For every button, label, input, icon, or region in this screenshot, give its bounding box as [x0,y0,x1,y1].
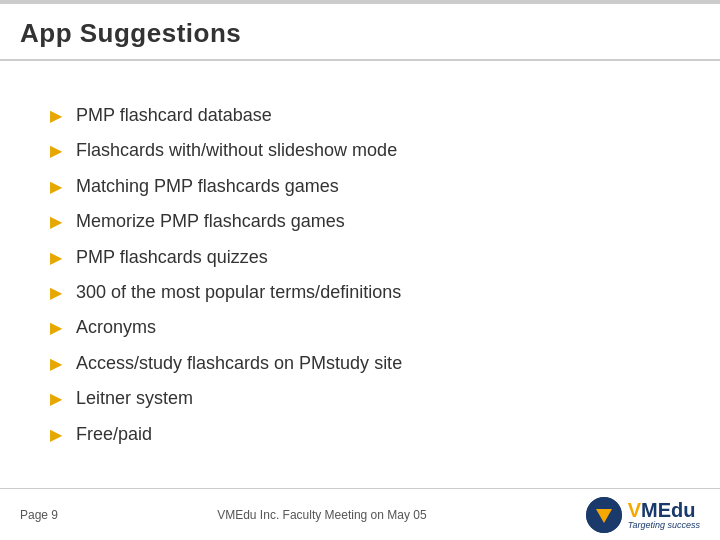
bullet-text: Acronyms [76,316,156,339]
list-item: ▶PMP flashcard database [50,104,670,127]
bullet-arrow-icon: ▶ [50,212,62,233]
list-item: ▶Flashcards with/without slideshow mode [50,139,670,162]
list-item: ▶300 of the most popular terms/definitio… [50,281,670,304]
bullet-arrow-icon: ▶ [50,177,62,198]
list-item: ▶Access/study flashcards on PMstudy site [50,352,670,375]
list-item: ▶Memorize PMP flashcards games [50,210,670,233]
bullet-arrow-icon: ▶ [50,318,62,339]
bullet-text: Access/study flashcards on PMstudy site [76,352,402,375]
vmEdu-logo: VMEdu Targeting success [586,497,700,533]
logo-main-text: VMEdu [628,500,696,520]
bullet-arrow-icon: ▶ [50,248,62,269]
list-item: ▶Matching PMP flashcards games [50,175,670,198]
bullet-arrow-icon: ▶ [50,141,62,162]
bullet-arrow-icon: ▶ [50,425,62,446]
bullet-text: Free/paid [76,423,152,446]
slide-header: App Suggestions [0,4,720,61]
list-item: ▶Leitner system [50,387,670,410]
bullet-text: Memorize PMP flashcards games [76,210,345,233]
bullet-text: PMP flashcard database [76,104,272,127]
bullet-text: 300 of the most popular terms/definition… [76,281,401,304]
logo-v: V [628,499,641,521]
slide: App Suggestions ▶PMP flashcard database▶… [0,0,720,540]
footer-center-text: VMEdu Inc. Faculty Meeting on May 05 [217,508,426,522]
bullet-list: ▶PMP flashcard database▶Flashcards with/… [50,104,670,446]
list-item: ▶Free/paid [50,423,670,446]
logo-tagline: Targeting success [628,520,700,530]
bullet-arrow-icon: ▶ [50,389,62,410]
logo-medu: MEdu [641,499,695,521]
bullet-arrow-icon: ▶ [50,106,62,127]
logo-icon [586,497,622,533]
page-number: Page 9 [20,508,58,522]
bullet-arrow-icon: ▶ [50,354,62,375]
slide-title: App Suggestions [20,18,700,49]
bullet-text: PMP flashcards quizzes [76,246,268,269]
list-item: ▶PMP flashcards quizzes [50,246,670,269]
bullet-arrow-icon: ▶ [50,283,62,304]
bullet-text: Leitner system [76,387,193,410]
logo-text-group: VMEdu Targeting success [628,500,700,530]
bullet-text: Flashcards with/without slideshow mode [76,139,397,162]
slide-footer: Page 9 VMEdu Inc. Faculty Meeting on May… [0,488,720,540]
slide-content: ▶PMP flashcard database▶Flashcards with/… [20,70,700,480]
list-item: ▶Acronyms [50,316,670,339]
bullet-text: Matching PMP flashcards games [76,175,339,198]
